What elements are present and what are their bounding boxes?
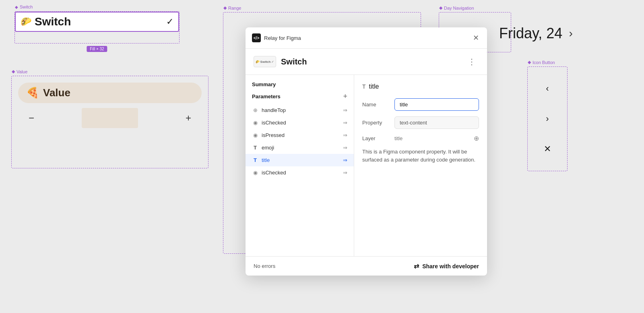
- modal-app-name: Relay for Figma: [264, 35, 301, 41]
- relay-logo: </>: [252, 33, 261, 42]
- layer-field-value: title ⊕: [394, 135, 479, 142]
- param-item-handleTop[interactable]: ⊕ handleTop ⇒: [246, 104, 354, 116]
- friday-date-text: Friday, 24: [499, 25, 562, 42]
- modal-component-left: 🌮 Switch ✓ Switch: [254, 56, 307, 67]
- param-item-isChecked-2-left: ◉ isChecked: [252, 170, 286, 176]
- modal-header-left: </> Relay for Figma: [252, 33, 301, 42]
- modal-kebab-button[interactable]: ⋮: [464, 55, 479, 68]
- param-isChecked2-name: isChecked: [262, 170, 286, 176]
- param-isPressed-icon: ◉: [252, 132, 258, 138]
- layer-field-label: Layer: [362, 135, 394, 141]
- description-text: This is a Figma component property. It w…: [362, 148, 479, 164]
- param-isChecked2-icon: ◉: [252, 170, 258, 176]
- fill-badge: Fill × 32: [87, 46, 107, 52]
- param-item-emoji-left: T emoji: [252, 145, 274, 151]
- share-label: Share with developer: [422, 263, 479, 269]
- param-isChecked1-name: isChecked: [262, 120, 286, 126]
- icon-btn-left-chevron[interactable]: ‹: [546, 83, 549, 94]
- param-isPressed-name: isPressed: [262, 132, 285, 138]
- param-item-emoji[interactable]: T emoji ⇒: [246, 141, 354, 154]
- modal-close-button[interactable]: ✕: [471, 33, 481, 43]
- param-title-arrow: ⇒: [343, 157, 347, 163]
- day-nav-label-tag: ◆ Day Navigation: [439, 5, 474, 10]
- switch-emoji: 🌮: [21, 17, 31, 27]
- param-item-isPressed[interactable]: ◉ isPressed ⇒: [246, 129, 354, 141]
- right-panel-title-icon: T: [362, 83, 366, 90]
- layer-target-icon[interactable]: ⊕: [474, 135, 479, 142]
- switch-diamond-icon: ◆: [15, 5, 18, 9]
- value-label-text: Value: [17, 69, 27, 74]
- params-title: Parameters: [252, 93, 281, 99]
- params-header: Parameters +: [246, 92, 354, 104]
- switch-label-tag: ◆ Switch: [15, 4, 33, 9]
- right-panel-title: T title: [362, 83, 479, 90]
- icon-button-component: ◆ Icon Button ‹ › ✕: [527, 66, 568, 171]
- value-rect: [82, 108, 138, 128]
- day-nav-right-arrow[interactable]: ›: [569, 27, 572, 40]
- name-field-input[interactable]: [394, 98, 479, 111]
- modal-body: Summary Parameters + ⊕ handleTop ⇒ ◉: [246, 75, 487, 256]
- value-plus-button[interactable]: +: [179, 109, 198, 127]
- relay-modal: </> Relay for Figma ✕ 🌮 Switch ✓ Switch …: [246, 27, 487, 276]
- value-controls: − +: [18, 108, 202, 128]
- params-add-button[interactable]: +: [343, 92, 347, 101]
- param-isChecked1-arrow: ⇒: [343, 120, 347, 126]
- modal-left-panel: Summary Parameters + ⊕ handleTop ⇒ ◉: [246, 75, 354, 256]
- param-emoji-arrow: ⇒: [343, 145, 347, 151]
- switch-label-text: Switch: [20, 4, 33, 9]
- property-field-input[interactable]: [394, 116, 479, 129]
- canvas: ◆ Switch 🌮 Switch ✓ Fill × 32 ◆ Value 🍕 …: [0, 0, 644, 313]
- modal-header: </> Relay for Figma ✕: [246, 27, 487, 49]
- param-item-isChecked-1[interactable]: ◉ isChecked ⇒: [246, 116, 354, 129]
- switch-title-text: Switch: [35, 15, 163, 28]
- param-title-name: title: [262, 157, 270, 163]
- param-item-handleTop-left: ⊕ handleTop: [252, 107, 286, 113]
- param-item-isPressed-left: ◉ isPressed: [252, 132, 285, 138]
- param-item-isChecked-2[interactable]: ◉ isChecked ⇒: [246, 166, 354, 179]
- no-errors-text: No errors: [254, 263, 275, 269]
- modal-right-panel: T title Name Property Layer tit: [354, 75, 487, 256]
- modal-footer: No errors ⇄ Share with developer: [246, 256, 487, 276]
- param-item-isChecked-1-left: ◉ isChecked: [252, 120, 286, 126]
- component-name: Switch: [281, 57, 307, 66]
- icon-btn-label-text: Icon Button: [533, 60, 555, 65]
- param-isChecked2-arrow: ⇒: [343, 170, 347, 176]
- icon-btn-right-chevron[interactable]: ›: [546, 114, 549, 124]
- value-emoji: 🍕: [26, 87, 39, 99]
- icon-btn-close[interactable]: ✕: [544, 144, 551, 154]
- property-field-label: Property: [362, 120, 394, 126]
- switch-component: ◆ Switch 🌮 Switch ✓ Fill × 32: [14, 11, 180, 44]
- switch-check-icon: ✓: [166, 17, 173, 27]
- range-label-tag: ◆ Range: [223, 5, 241, 10]
- param-emoji-icon: T: [252, 145, 258, 151]
- component-thumbnail: 🌮 Switch ✓: [254, 56, 276, 67]
- param-handleTop-arrow: ⇒: [343, 107, 347, 113]
- right-panel-title-text: title: [369, 83, 379, 90]
- value-pill: 🍕 Value: [18, 83, 202, 103]
- property-field-row: Property: [362, 116, 479, 129]
- icon-btn-diamond-icon: ◆: [528, 60, 531, 65]
- layer-name-text: title: [394, 135, 402, 141]
- param-isPressed-arrow: ⇒: [343, 132, 347, 138]
- param-item-title-left: T title: [252, 157, 270, 163]
- param-handleTop-icon: ⊕: [252, 107, 258, 113]
- value-inner: 🍕 Value − +: [12, 76, 208, 168]
- value-minus-button[interactable]: −: [22, 109, 41, 127]
- share-with-developer-button[interactable]: ⇄ Share with developer: [414, 262, 479, 270]
- range-diamond-icon: ◆: [223, 5, 227, 10]
- modal-component-header: 🌮 Switch ✓ Switch ⋮: [246, 49, 487, 75]
- param-item-title[interactable]: T title ⇒: [246, 154, 354, 166]
- icon-btn-label-tag: ◆ Icon Button: [528, 60, 555, 65]
- day-nav-label-text: Day Navigation: [444, 6, 474, 10]
- range-label-text: Range: [228, 6, 241, 10]
- summary-section-title: Summary: [246, 81, 354, 92]
- friday-date-display: Friday, 24 ›: [499, 25, 573, 42]
- layer-field-row: Layer title ⊕: [362, 135, 479, 142]
- switch-inner: 🌮 Switch ✓: [15, 12, 179, 32]
- value-component: ◆ Value 🍕 Value − +: [11, 76, 208, 168]
- icon-btn-content: ‹ › ✕: [528, 67, 567, 171]
- name-field-row: Name: [362, 98, 479, 111]
- param-isChecked1-icon: ◉: [252, 120, 258, 126]
- param-emoji-name: emoji: [262, 145, 274, 151]
- value-label-tag: ◆ Value: [12, 69, 27, 74]
